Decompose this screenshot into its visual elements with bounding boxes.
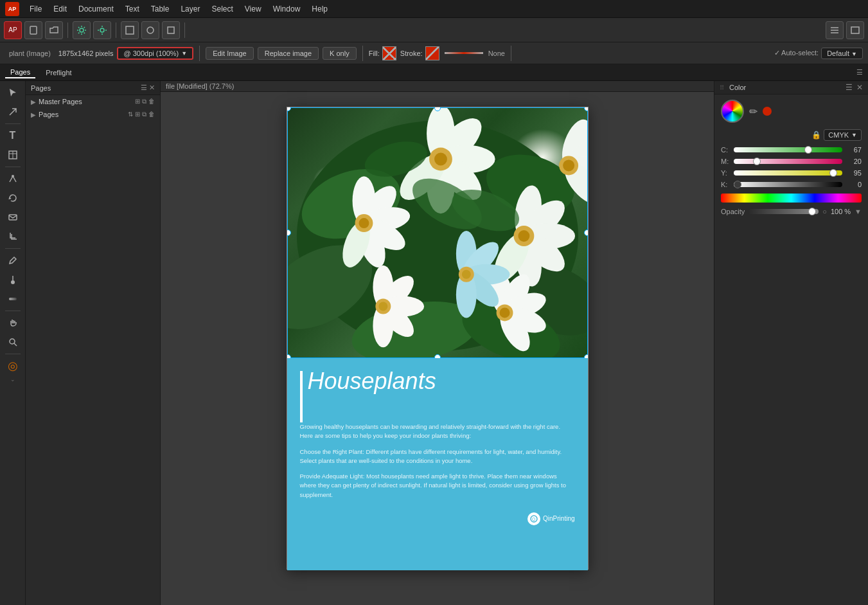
pages-panel-actions: ☰ ✕ <box>141 84 155 92</box>
hand-tool[interactable] <box>3 314 22 332</box>
y-value: 95 <box>846 169 862 177</box>
main-layout: T ◎ <box>0 81 868 605</box>
menu-help[interactable]: Help <box>306 3 333 15</box>
svg-rect-3 <box>126 26 134 34</box>
m-slider-thumb[interactable] <box>753 158 761 165</box>
brand-name: QinPrinting <box>543 515 574 522</box>
open-btn[interactable] <box>45 21 63 39</box>
m-slider-track[interactable] <box>734 159 842 164</box>
menu-select[interactable]: Select <box>206 3 238 15</box>
c-slider-thumb[interactable] <box>804 146 812 154</box>
square-btn[interactable] <box>162 21 180 39</box>
cmyk-mode-label: CMYK <box>828 131 849 139</box>
panel-tab-preflight[interactable]: Preflight <box>40 68 76 78</box>
eyedropper-tool[interactable] <box>3 251 22 269</box>
envelope-tool[interactable] <box>3 208 22 226</box>
document-footer: Q QinPrinting <box>300 512 575 525</box>
c-slider-row: C: 67 <box>721 146 862 154</box>
panel-tab-pages[interactable]: Pages <box>5 67 35 78</box>
crop-tool[interactable] <box>3 228 22 246</box>
align-btn-2[interactable] <box>846 21 864 39</box>
stroke-swatch[interactable] <box>425 46 439 60</box>
master-pages-copy-icon[interactable]: ⧉ <box>142 98 146 105</box>
document-canvas[interactable]: Houseplants Growing healthy houseplants … <box>287 107 589 570</box>
gradient-tool[interactable] <box>3 290 22 308</box>
lock-icon[interactable]: 🔒 <box>811 131 821 140</box>
k-only-button[interactable]: K only <box>323 47 357 60</box>
panel-menu-icon[interactable]: ☰ <box>856 68 863 77</box>
settings-btn-2[interactable] <box>93 21 111 39</box>
svg-rect-16 <box>9 298 17 300</box>
autoselect-dropdown[interactable]: Default ▼ <box>821 48 863 59</box>
pen-tool[interactable] <box>3 170 22 188</box>
menu-layer[interactable]: Layer <box>175 3 205 15</box>
svg-point-49 <box>518 230 529 242</box>
menu-window[interactable]: Window <box>268 3 306 15</box>
circle-btn[interactable] <box>141 21 159 39</box>
menu-document[interactable]: Document <box>73 3 119 15</box>
ctx-sep-1 <box>199 46 200 61</box>
panel-drag-handle[interactable]: ⠿ <box>720 84 724 91</box>
y-slider-thumb[interactable] <box>829 169 837 177</box>
document-body-1: Growing healthy houseplants can be rewar… <box>300 422 575 441</box>
k-slider-track[interactable] <box>734 182 842 187</box>
pages-reorder-icon[interactable]: ⇅ <box>128 111 133 118</box>
pages-copy-icon[interactable]: ⧉ <box>142 111 146 118</box>
pages-item[interactable]: ▶ Pages ⇅ ⊞ ⧉ 🗑 <box>26 108 160 121</box>
none-label: None <box>488 50 505 57</box>
svg-point-56 <box>378 302 387 311</box>
menu-table[interactable]: Table <box>146 3 175 15</box>
replace-image-button[interactable]: Replace image <box>258 47 319 60</box>
red-color-dot[interactable] <box>763 107 772 116</box>
new-document-btn[interactable] <box>24 21 42 39</box>
panel-menu-btn[interactable]: ☰ <box>141 84 147 92</box>
align-btn-1[interactable] <box>826 21 844 39</box>
svg-point-4 <box>147 27 154 33</box>
menu-text[interactable]: Text <box>120 3 145 15</box>
opacity-thumb[interactable] <box>808 208 816 215</box>
affinity-logo-btn[interactable]: AP <box>4 21 22 39</box>
panel-close-btn[interactable]: ✕ <box>149 84 155 92</box>
toolbar-sep-1 <box>67 23 68 38</box>
eyedropper-icon[interactable]: ✏ <box>749 105 757 118</box>
pages-add-icon[interactable]: ⊞ <box>135 111 140 118</box>
pages-icons: ⇅ ⊞ ⧉ 🗑 <box>128 111 155 118</box>
cmyk-chevron-icon: ▼ <box>851 132 857 138</box>
spectrum-bar[interactable] <box>721 194 862 203</box>
color-panel-close-icon[interactable]: ✕ <box>856 83 863 92</box>
menu-file[interactable]: File <box>24 3 47 15</box>
fill-tool[interactable] <box>3 271 22 289</box>
dpi-selector[interactable]: @ 300dpi (100%) ▼ <box>117 47 193 60</box>
color-tool[interactable]: ◎ <box>3 357 22 375</box>
zoom-tool[interactable] <box>3 333 22 351</box>
master-pages-item[interactable]: ▶ Master Pages ⊞ ⧉ 🗑 <box>26 95 160 108</box>
color-body: ✏ 🔒 CMYK ▼ C: 67 M: <box>714 95 868 221</box>
y-slider-track[interactable] <box>734 170 842 176</box>
rotate-tool[interactable] <box>3 189 22 207</box>
settings-btn-1[interactable] <box>73 21 91 39</box>
k-slider-thumb[interactable] <box>734 181 741 188</box>
table-tool[interactable] <box>3 146 22 164</box>
color-panel-menu-icon[interactable]: ☰ <box>846 83 853 92</box>
node-tool[interactable] <box>3 103 22 121</box>
fill-swatch[interactable] <box>382 46 396 60</box>
master-pages-delete-icon[interactable]: 🗑 <box>148 98 155 105</box>
color-panel-header: ⠿ Color ☰ ✕ <box>714 81 868 95</box>
master-pages-add-icon[interactable]: ⊞ <box>135 98 140 105</box>
svg-rect-14 <box>9 215 17 220</box>
opacity-chevron-icon[interactable]: ▼ <box>855 208 862 215</box>
pages-delete-icon[interactable]: 🗑 <box>148 111 155 118</box>
menu-view[interactable]: View <box>240 3 267 15</box>
opacity-label: Opacity <box>721 208 745 215</box>
menu-edit[interactable]: Edit <box>48 3 72 15</box>
menu-bar: AP File Edit Document Text Table Layer S… <box>0 0 868 18</box>
title-bar <box>300 371 303 422</box>
c-slider-track[interactable] <box>734 147 842 152</box>
select-tool[interactable] <box>3 84 22 102</box>
text-tool[interactable]: T <box>3 127 22 145</box>
frame-btn[interactable] <box>121 21 139 39</box>
opacity-slider[interactable] <box>748 209 819 214</box>
edit-image-button[interactable]: Edit Image <box>206 47 254 60</box>
color-wheel-swatch[interactable] <box>721 100 744 123</box>
cmyk-dropdown[interactable]: CMYK ▼ <box>824 129 862 141</box>
